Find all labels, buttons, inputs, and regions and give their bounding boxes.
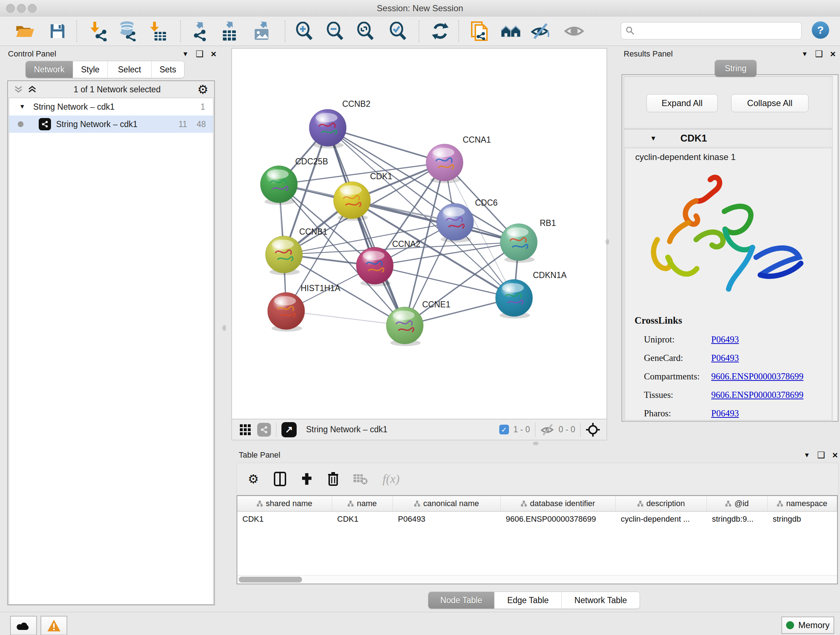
table-options-gear-icon[interactable]: ⚙ <box>248 473 259 485</box>
tab-select[interactable]: Select <box>108 61 152 78</box>
column-header[interactable]: @id <box>707 496 767 511</box>
import-table-button[interactable] <box>148 21 168 41</box>
tab-network[interactable]: Network <box>26 61 73 78</box>
cell-description[interactable]: cyclin-dependent ... <box>616 511 707 527</box>
right-splitter-handle[interactable] <box>606 239 609 245</box>
add-column-icon[interactable] <box>301 472 313 486</box>
selected-checkbox-icon[interactable]: ✓ <box>499 424 509 434</box>
import-network-database-button[interactable] <box>118 21 138 41</box>
string-network-graph[interactable]: CCNB2CCNA1CDC25BCDK1CDC6RB1CCNB1CCNA2CDK… <box>232 49 607 419</box>
maximize-panel-icon[interactable]: ❑ <box>196 49 204 59</box>
function-builder-icon[interactable]: f(x) <box>382 472 399 486</box>
open-in-window-icon[interactable]: ↗ <box>281 422 297 437</box>
zoom-in-button[interactable] <box>294 21 314 41</box>
network-row-selected[interactable]: String Network – cdk1 11 48 <box>9 116 213 133</box>
zoom-fit-button[interactable] <box>355 21 376 41</box>
search-input[interactable] <box>635 26 801 36</box>
expand-all-button[interactable]: Expand All <box>646 94 718 112</box>
new-network-from-selection-button[interactable] <box>470 21 490 41</box>
node-table: shared name name canonical name database… <box>237 495 838 584</box>
node-RB1[interactable]: RB1 <box>500 218 556 263</box>
cloud-status-button[interactable] <box>10 616 37 635</box>
export-network-button[interactable] <box>189 21 210 41</box>
left-splitter-handle[interactable] <box>223 325 226 331</box>
collapse-all-button[interactable]: Collapse All <box>731 94 808 112</box>
cell-id[interactable]: stringdb:9... <box>707 511 767 527</box>
network-style-icon[interactable] <box>257 423 271 437</box>
collapse-triangle-icon[interactable]: ▼ <box>19 103 25 111</box>
cell-database-identifier[interactable]: 9606.ENSP00000378699 <box>501 511 616 527</box>
maximize-panel-icon[interactable]: ❑ <box>815 49 823 59</box>
export-image-button[interactable] <box>253 21 273 41</box>
column-header[interactable]: database identifier <box>501 496 616 511</box>
help-button[interactable]: ? <box>812 21 829 39</box>
close-panel-icon[interactable]: × <box>830 49 836 60</box>
warnings-button[interactable] <box>41 616 67 635</box>
save-session-button[interactable] <box>47 21 68 41</box>
column-label: database identifier <box>530 499 595 508</box>
bottom-splitter-handle[interactable] <box>533 442 538 445</box>
column-header[interactable]: namespace <box>767 496 837 511</box>
import-network-file-button[interactable] <box>89 21 109 41</box>
import-table-icon <box>149 21 167 41</box>
uniprot-link[interactable]: P06493 <box>711 334 739 345</box>
delete-table-icon[interactable] <box>353 473 368 485</box>
cell-name[interactable]: CDK1 <box>332 511 393 527</box>
close-panel-icon[interactable]: × <box>211 49 216 60</box>
first-neighbors-button[interactable] <box>501 21 521 41</box>
section-collapse-triangle-icon[interactable]: ▼ <box>650 135 657 142</box>
node-HIST1H1A[interactable]: HIST1H1A <box>268 283 341 332</box>
tab-node-table[interactable]: Node Table <box>428 592 494 608</box>
table-row[interactable]: CDK1 CDK1 P06493 9606.ENSP00000378699 cy… <box>237 511 837 527</box>
tab-string[interactable]: String <box>715 60 756 77</box>
node-CDK1[interactable]: CDK1 <box>333 172 392 221</box>
expand-all-networks-icon[interactable] <box>27 85 37 94</box>
zoom-selected-button[interactable] <box>388 21 408 41</box>
maximize-panel-icon[interactable]: ❑ <box>817 450 825 460</box>
cell-namespace[interactable]: stringdb <box>767 511 837 527</box>
float-panel-icon[interactable]: ▼ <box>801 50 808 58</box>
node-CCNB2[interactable]: CCNB2 <box>309 99 370 149</box>
memory-button[interactable]: Memory <box>782 616 834 634</box>
tab-sets[interactable]: Sets <box>152 61 184 78</box>
tab-edge-table[interactable]: Edge Table <box>494 592 562 608</box>
float-panel-icon[interactable]: ▼ <box>804 451 810 459</box>
control-panel: Control Panel ▼ ❑ × Network Style Select… <box>5 47 216 607</box>
tab-network-table[interactable]: Network Table <box>562 592 639 608</box>
show-columns-icon[interactable] <box>274 472 286 486</box>
cell-canonical-name[interactable]: P06493 <box>393 511 501 527</box>
network-canvas[interactable]: CCNB2CCNA1CDC25BCDK1CDC6RB1CCNB1CCNA2CDK… <box>232 48 607 419</box>
node-CCNB1[interactable]: CCNB1 <box>265 227 327 275</box>
node-CDKN1A[interactable]: CDKN1A <box>496 271 567 318</box>
column-header[interactable]: canonical name <box>393 496 501 511</box>
fit-selected-crosshair-icon[interactable] <box>586 423 600 437</box>
column-header[interactable]: name <box>332 496 393 511</box>
delete-column-trash-icon[interactable] <box>327 471 339 486</box>
show-all-button[interactable] <box>564 21 584 41</box>
pharos-link[interactable]: P06493 <box>711 409 739 418</box>
genecard-link[interactable]: P06493 <box>711 353 739 363</box>
horizontal-scrollbar[interactable] <box>237 575 837 584</box>
collapse-all-networks-icon[interactable] <box>14 85 23 94</box>
network-collection-row[interactable]: ▼ String Network – cdk1 1 <box>9 98 213 116</box>
compartments-link[interactable]: 9606.ENSP00000378699 <box>711 371 804 382</box>
network-options-gear-icon[interactable]: ⚙ <box>197 83 208 96</box>
float-panel-icon[interactable]: ▼ <box>182 50 188 58</box>
export-table-button[interactable] <box>219 21 240 41</box>
column-header[interactable]: shared name <box>237 496 332 511</box>
birds-eye-view-icon[interactable] <box>240 424 251 435</box>
zoom-out-button[interactable] <box>325 21 345 41</box>
tissues-link[interactable]: 9606.ENSP00000378699 <box>711 390 804 400</box>
horizontal-scrollbar-thumb[interactable] <box>239 577 302 583</box>
open-session-button[interactable] <box>15 21 35 41</box>
column-header[interactable]: description <box>616 496 707 511</box>
control-panel-title: Control Panel <box>8 49 56 59</box>
refresh-button[interactable] <box>430 21 450 41</box>
tab-style[interactable]: Style <box>73 61 108 78</box>
close-panel-icon[interactable]: × <box>832 450 838 461</box>
search-box[interactable] <box>621 22 802 40</box>
hide-selected-button[interactable] <box>531 21 551 41</box>
node-CDC6[interactable]: CDC6 <box>437 198 498 242</box>
cell-shared-name[interactable]: CDK1 <box>237 511 332 527</box>
node-CCNA1[interactable]: CCNA1 <box>426 135 491 183</box>
